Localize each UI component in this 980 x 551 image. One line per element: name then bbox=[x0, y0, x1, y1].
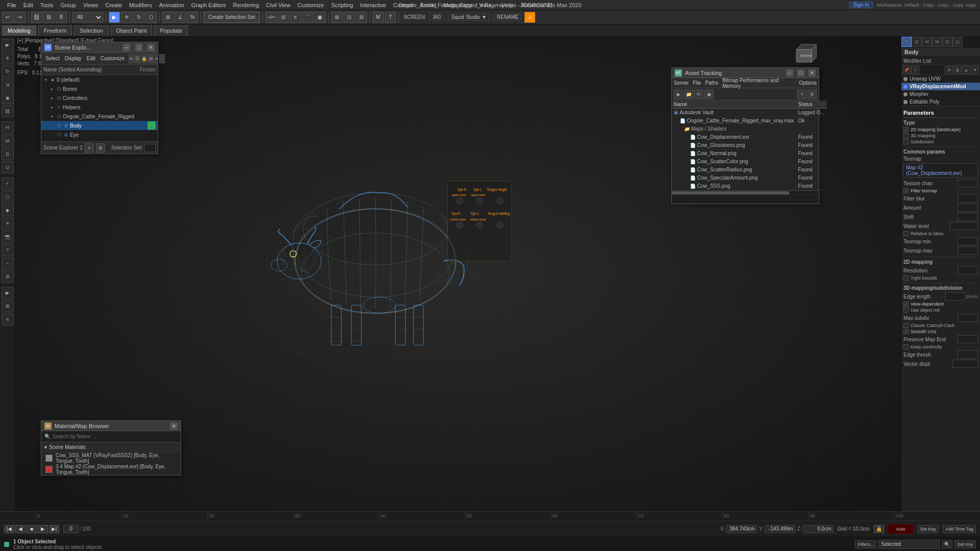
mirror-btn[interactable]: ⊣⊢ bbox=[265, 12, 277, 23]
rename-label[interactable]: RENAME bbox=[494, 14, 521, 20]
texmap-max-input[interactable]: 10.0 bbox=[958, 246, 978, 255]
sidebar-utilities-icon[interactable]: U bbox=[2, 161, 14, 173]
scene-explorer-maximize[interactable]: □ bbox=[135, 44, 142, 51]
mod-item-unwrap[interactable]: Unwrap UVW bbox=[901, 75, 980, 83]
max-subdiv-input[interactable]: 256 bbox=[958, 314, 978, 322]
at-row-scatterradius[interactable]: 📄 Cow_ScatterRadius.png Found bbox=[672, 166, 827, 174]
explorer-item-helpers[interactable]: ▸ ? Helpers bbox=[41, 103, 158, 112]
asset-scrollbar[interactable] bbox=[672, 190, 819, 194]
toggle-0default[interactable]: ▾ bbox=[43, 77, 48, 82]
rotate-btn[interactable]: ↻ bbox=[133, 12, 144, 23]
rp-tab-hierarchy[interactable]: H bbox=[922, 37, 932, 47]
y-input[interactable] bbox=[765, 525, 795, 533]
set-key-status-btn[interactable]: Set Key bbox=[954, 540, 976, 548]
set-key-btn[interactable]: Set Key bbox=[918, 525, 939, 533]
se-btn5[interactable]: ⋮ bbox=[159, 54, 165, 63]
at-row-maxfile[interactable]: 📄 Ongole_Cattle_Female_Rigged_max_vray.m… bbox=[672, 117, 827, 125]
sidebar-select-icon[interactable]: ▶ bbox=[2, 39, 14, 51]
at-row-sss[interactable]: 📄 Cow_SSS.png Found bbox=[672, 182, 827, 190]
viewport-btn1[interactable]: ⊞ bbox=[331, 12, 342, 23]
menu-scripting[interactable]: Scripting bbox=[328, 2, 356, 9]
use-obj-mtl-checkbox[interactable] bbox=[903, 308, 909, 313]
at-row-displacement[interactable]: 📄 Cow_Displacement.exr Found bbox=[672, 133, 827, 141]
param-3d-checkbox[interactable] bbox=[903, 133, 909, 138]
relative-bbox-checkbox[interactable] bbox=[903, 231, 909, 236]
filter-texmap-checkbox[interactable] bbox=[903, 188, 909, 193]
edge-thresh-input[interactable]: 0.sk bbox=[958, 350, 978, 359]
se-menu-edit[interactable]: Edit bbox=[85, 55, 97, 62]
bind-btn[interactable]: B bbox=[56, 12, 67, 23]
explorer-item-bones[interactable]: ▸ ⬡ Bones bbox=[41, 84, 158, 93]
keep-cont-checkbox[interactable] bbox=[903, 344, 909, 349]
sidebar-motion-icon[interactable]: M bbox=[2, 135, 14, 147]
water-level-input[interactable]: 1 (0.000) bbox=[950, 222, 978, 230]
mod-item-vray[interactable]: VRayDisplacementMod bbox=[901, 83, 980, 90]
selection-dropdown[interactable]: Selected bbox=[878, 540, 940, 549]
menu-create[interactable]: Create bbox=[102, 2, 125, 9]
mat-section-scene[interactable]: ▾ Scene Materials bbox=[41, 442, 181, 453]
percent-snap-btn[interactable]: % bbox=[187, 12, 198, 23]
sidebar-play-icon[interactable]: ▶ bbox=[2, 287, 14, 299]
rp-tab-display[interactable]: D bbox=[942, 37, 952, 47]
vector-displ-input[interactable]: Displac... bbox=[952, 360, 978, 368]
mod-item-epoly[interactable]: Editable Poly bbox=[901, 98, 980, 106]
se-menu-select[interactable]: Select bbox=[43, 55, 62, 62]
sign-in-btn[interactable]: Sign In bbox=[849, 2, 872, 8]
mat-item-1[interactable]: 3.4 Map #2 (Cow_Displacement.exr) [Body,… bbox=[41, 464, 181, 475]
sidebar-schematic-icon[interactable]: ⊞ bbox=[2, 300, 14, 312]
mod-item-morpher[interactable]: Morpher bbox=[901, 90, 980, 98]
se-footer-btn1[interactable]: ≡ bbox=[85, 143, 94, 153]
at-tb-btn1[interactable]: ▶ bbox=[674, 90, 683, 99]
materials-btn[interactable]: M bbox=[373, 12, 384, 23]
at-tb-btn2[interactable]: 📁 bbox=[684, 90, 693, 99]
shift-input[interactable]: 0.0cm bbox=[958, 213, 978, 221]
angle-snap-btn[interactable]: ∠ bbox=[175, 12, 186, 23]
sidebar-cameras-icon[interactable]: 📷 bbox=[2, 231, 14, 243]
viewport-cube[interactable]: FRONT bbox=[791, 42, 817, 67]
select-btn[interactable]: ▶ bbox=[109, 12, 120, 23]
se-menu-display[interactable]: Display bbox=[63, 55, 84, 62]
explorer-item-eye[interactable]: ⬡ ⊟ Eye bbox=[41, 130, 158, 139]
explorer-item-controllers[interactable]: ▸ ⬡ Controllers bbox=[41, 93, 158, 103]
toggle-ongole[interactable]: ▾ bbox=[50, 114, 55, 119]
at-row-glossiness[interactable]: 📄 Cow_Glossiness.png Found bbox=[672, 141, 827, 149]
se-btn1[interactable]: ☰ bbox=[135, 54, 140, 63]
layer-btn[interactable]: ≡ bbox=[290, 12, 301, 23]
rp-tab-modify[interactable]: ⊟ bbox=[912, 37, 922, 47]
create-selection-btn[interactable]: Create Selection Set bbox=[204, 12, 260, 23]
add-time-tag-btn[interactable]: Add Time Tag bbox=[943, 525, 976, 533]
time-lock-btn[interactable]: 🔒 bbox=[874, 525, 884, 533]
at-menu-server[interactable]: Server bbox=[672, 79, 691, 87]
toggle-bones[interactable]: ▸ bbox=[50, 86, 55, 91]
unlink-btn[interactable]: ⛓ bbox=[43, 12, 55, 23]
snap-btn[interactable]: ⊞ bbox=[162, 12, 174, 23]
at-maximize[interactable]: □ bbox=[797, 69, 804, 77]
rp-tab-utilities[interactable]: U bbox=[952, 37, 963, 47]
map-display[interactable]: Map #2 (Cow_Displacement.exr) bbox=[903, 163, 978, 178]
at-menu-paths[interactable]: Paths bbox=[703, 79, 721, 87]
sidebar-rotate-icon[interactable]: ↻ bbox=[2, 65, 14, 78]
se-btn2[interactable]: 🔒 bbox=[141, 54, 148, 63]
curve-btn[interactable]: ⌒ bbox=[302, 12, 313, 23]
menu-graph-editors[interactable]: Graph Editors bbox=[188, 2, 229, 9]
preserve-map-input[interactable]: 26..st bbox=[958, 335, 978, 343]
menu-views[interactable]: Views bbox=[80, 2, 101, 9]
sidebar-move-icon[interactable]: ✛ bbox=[2, 52, 14, 64]
at-menu-file[interactable]: File bbox=[691, 79, 703, 87]
prev-frame-btn[interactable]: |◀ bbox=[4, 525, 14, 533]
tight-bounds-checkbox[interactable] bbox=[903, 276, 909, 281]
toggle-controllers[interactable]: ▸ bbox=[50, 95, 55, 101]
menu-customize[interactable]: Customize bbox=[295, 2, 327, 9]
redo-btn[interactable]: ↪ bbox=[14, 12, 26, 23]
undo-btn[interactable]: ↩ bbox=[2, 12, 13, 23]
at-tb-btn4[interactable]: ▣ bbox=[704, 90, 714, 99]
se-footer-btn2[interactable]: ⊞ bbox=[96, 143, 105, 153]
at-settings-btn[interactable]: ⚙ bbox=[807, 90, 817, 99]
menu-animation[interactable]: Animation bbox=[156, 2, 187, 9]
texchan-input[interactable]: 1 bbox=[958, 179, 978, 187]
se-btn3[interactable]: ⊞ bbox=[149, 54, 154, 63]
mod-pin-icon[interactable]: 📌 bbox=[902, 66, 911, 74]
squid-studio[interactable]: Squid Studio ▼ bbox=[449, 14, 489, 20]
sidebar-shapes-icon[interactable]: ◆ bbox=[2, 204, 14, 216]
sidebar-scale-icon[interactable]: ⇲ bbox=[2, 79, 14, 91]
